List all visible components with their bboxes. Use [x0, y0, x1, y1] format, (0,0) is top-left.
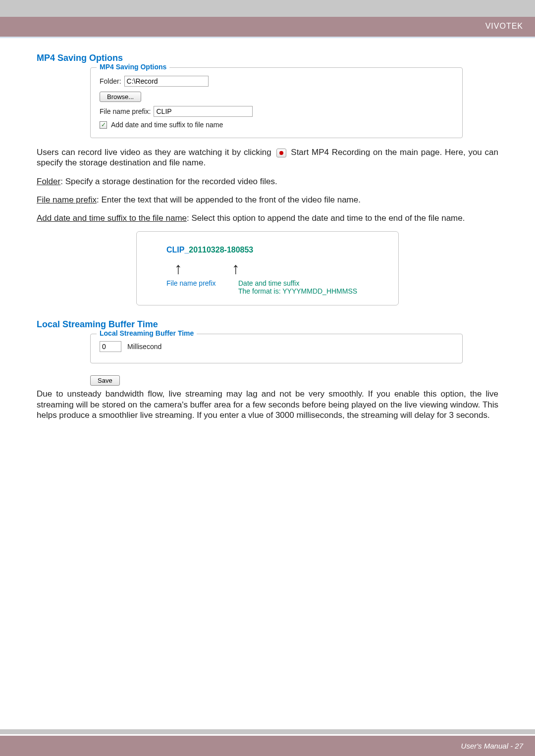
arrow-up-icon: ↑ [174, 260, 182, 276]
example-prefix: CLIP [166, 246, 184, 254]
paragraph-suffix: Add date and time suffix to the file nam… [37, 213, 498, 223]
suffix-checkbox[interactable]: ✓ [100, 121, 107, 129]
paragraph-prefix: File name prefix: Enter the text that wi… [37, 195, 498, 205]
example-label-suffix: Date and time suffix The format is: YYYY… [238, 279, 357, 295]
bottom-gray-bar [0, 729, 535, 734]
example-labels: File name prefix Date and time suffix Th… [166, 279, 383, 295]
paragraph-folder: Folder: Specify a storage destination fo… [37, 176, 498, 187]
paragraph-buffer: Due to unsteady bandwidth flow, live str… [37, 389, 498, 420]
record-icon [276, 149, 286, 157]
prefix-input[interactable] [154, 106, 253, 117]
buffer-legend: Local Streaming Buffer Time [97, 329, 197, 337]
para3-text: : Enter the text that will be appended t… [97, 195, 361, 204]
prefix-underline: File name prefix [37, 195, 97, 204]
prefix-label: File name prefix: [100, 107, 151, 115]
suffix-checkbox-row: ✓ Add date and time suffix to file name [100, 121, 453, 129]
suffix-checkbox-label: Add date and time suffix to file name [111, 121, 223, 129]
buffer-unit: Millisecond [127, 343, 161, 351]
header-band: VIVOTEK [0, 17, 535, 38]
section-mp4-title: MP4 Saving Options [37, 53, 498, 63]
arrow-up-icon: ↑ [232, 260, 240, 276]
example-label-prefix: File name prefix [166, 279, 228, 295]
footer-text: User's Manual - 27 [461, 742, 523, 750]
para2-text: : Specify a storage destination for the … [60, 177, 277, 186]
para4-text: : Select this option to append the date … [187, 213, 465, 223]
filename-example-box: CLIP_20110328-180853 ↑ ↑ File name prefi… [136, 231, 399, 305]
brand-label: VIVOTEK [485, 22, 523, 30]
browse-button[interactable]: Browse... [100, 92, 141, 102]
example-suffix-line1: Date and time suffix [238, 279, 299, 287]
page-content: MP4 Saving Options MP4 Saving Options Fo… [0, 38, 535, 420]
paragraph-intro: Users can record live video as they are … [37, 147, 498, 168]
folder-underline: Folder [37, 177, 60, 186]
folder-input[interactable] [124, 76, 209, 87]
buffer-fieldset: Local Streaming Buffer Time Millisecond [90, 334, 463, 363]
section-buffer-title: Local Streaming Buffer Time [37, 319, 498, 330]
buffer-input[interactable] [100, 341, 121, 352]
suffix-underline: Add date and time suffix to the file nam… [37, 213, 187, 223]
example-suffix-line2: The format is: YYYYMMDD_HHMMSS [238, 287, 357, 295]
folder-label: Folder: [100, 77, 121, 85]
example-filename: CLIP_20110328-180853 [166, 246, 383, 254]
footer-band: User's Manual - 27 [0, 736, 535, 756]
prefix-row: File name prefix: [100, 106, 453, 117]
para1a: Users can record live video as they are … [37, 148, 274, 157]
folder-row: Folder: [100, 76, 453, 87]
mp4-options-fieldset: MP4 Saving Options Folder: Browse... Fil… [90, 67, 463, 138]
example-arrows: ↑ ↑ [166, 260, 383, 276]
save-button[interactable]: Save [90, 375, 120, 386]
top-gray-bar [0, 0, 535, 17]
example-suffix: 20110328-180853 [189, 246, 253, 254]
buffer-row: Millisecond [100, 341, 453, 352]
mp4-options-legend: MP4 Saving Options [97, 63, 169, 71]
